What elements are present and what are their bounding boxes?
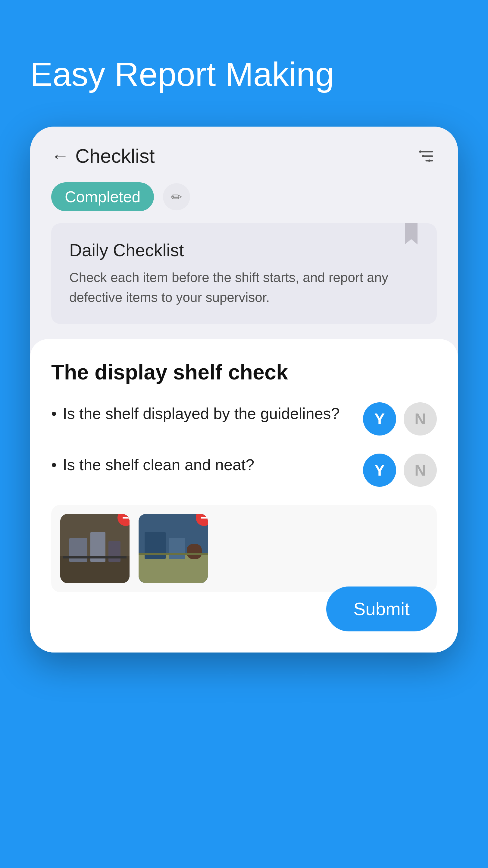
photos-container: − −	[51, 505, 437, 592]
svg-rect-11	[63, 556, 127, 558]
header-title: Checklist	[75, 145, 155, 167]
yes-button-2[interactable]: Y	[363, 454, 396, 487]
page-title: Easy Report Making	[0, 0, 488, 119]
daily-checklist-description: Check each item before the shift starts,…	[69, 268, 419, 307]
yn-buttons-1: Y N	[363, 402, 437, 435]
bookmark-icon	[404, 223, 419, 244]
pencil-icon: ✏	[171, 189, 182, 205]
svg-rect-10	[108, 541, 121, 562]
svg-rect-15	[169, 538, 185, 559]
svg-point-4	[422, 155, 424, 157]
back-title: ← Checklist	[51, 145, 155, 167]
daily-checklist-card: Daily Checklist Check each item before t…	[51, 223, 437, 324]
submit-button[interactable]: Submit	[326, 587, 437, 631]
filter-button[interactable]	[416, 146, 437, 167]
shelf-check-title: The display shelf check	[51, 360, 437, 384]
item-label-1: Is the shelf displayed by the guidelines…	[63, 402, 339, 425]
bottom-card: The display shelf check • Is the shelf d…	[30, 339, 458, 652]
yn-buttons-2: Y N	[363, 454, 437, 487]
svg-point-3	[419, 150, 421, 153]
photo-2[interactable]: −	[138, 514, 208, 583]
page-background: Easy Report Making ← Checklist C	[0, 0, 488, 119]
daily-checklist-title: Daily Checklist	[69, 240, 419, 260]
svg-point-5	[428, 159, 430, 162]
edit-button[interactable]: ✏	[163, 183, 190, 210]
no-button-1[interactable]: N	[404, 402, 437, 435]
svg-rect-14	[144, 532, 166, 559]
svg-rect-17	[138, 553, 208, 555]
completed-badge: Completed	[51, 182, 154, 211]
photo-1-inner: −	[60, 514, 130, 583]
checklist-header: ← Checklist	[30, 127, 458, 179]
bullet-1: •	[51, 402, 57, 425]
status-bar: Completed ✏	[30, 179, 458, 223]
yes-button-1[interactable]: Y	[363, 402, 396, 435]
svg-rect-16	[187, 544, 202, 559]
item-label-2: Is the shelf clean and neat?	[63, 454, 254, 476]
bullet-2: •	[51, 454, 57, 476]
photo-1[interactable]: −	[60, 514, 130, 583]
item-text-2: • Is the shelf clean and neat?	[51, 454, 354, 476]
phone-frame: ← Checklist Completed ✏	[30, 127, 458, 652]
photo-2-inner: −	[138, 514, 208, 583]
back-button[interactable]: ←	[51, 146, 69, 166]
checklist-item-2: • Is the shelf clean and neat? Y N	[51, 454, 437, 487]
checklist-item-1: • Is the shelf displayed by the guidelin…	[51, 402, 437, 435]
item-text-1: • Is the shelf displayed by the guidelin…	[51, 402, 354, 425]
no-button-2[interactable]: N	[404, 454, 437, 487]
